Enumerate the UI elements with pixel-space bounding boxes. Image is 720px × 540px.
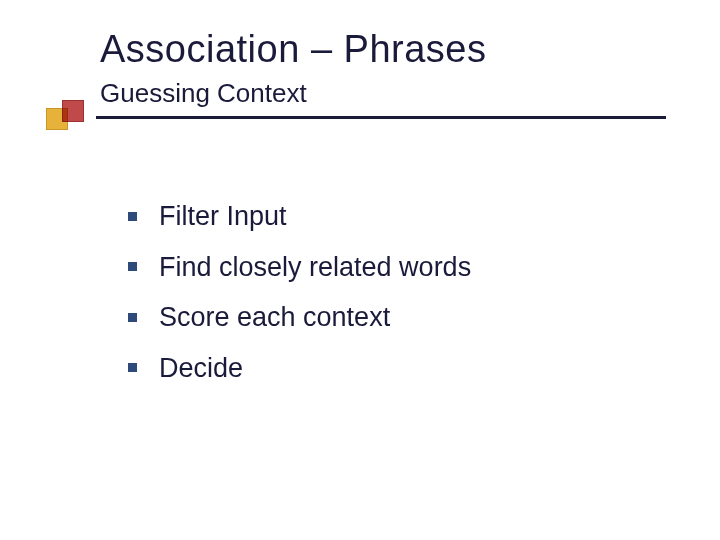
bullet-icon xyxy=(128,363,137,372)
bullet-list: Filter Input Find closely related words … xyxy=(128,196,471,398)
decorative-squares xyxy=(46,100,94,128)
list-item: Find closely related words xyxy=(128,247,471,288)
list-item-label: Score each context xyxy=(159,297,390,338)
bullet-icon xyxy=(128,262,137,271)
slide: Association – Phrases Guessing Context F… xyxy=(0,0,720,540)
list-item: Decide xyxy=(128,348,471,389)
list-item-label: Find closely related words xyxy=(159,247,471,288)
bullet-icon xyxy=(128,212,137,221)
slide-subtitle: Guessing Context xyxy=(100,78,307,109)
list-item-label: Decide xyxy=(159,348,243,389)
list-item-label: Filter Input xyxy=(159,196,287,237)
slide-title: Association – Phrases xyxy=(100,28,486,71)
title-underline xyxy=(96,116,666,119)
list-item: Score each context xyxy=(128,297,471,338)
square-icon xyxy=(62,100,84,122)
list-item: Filter Input xyxy=(128,196,471,237)
bullet-icon xyxy=(128,313,137,322)
